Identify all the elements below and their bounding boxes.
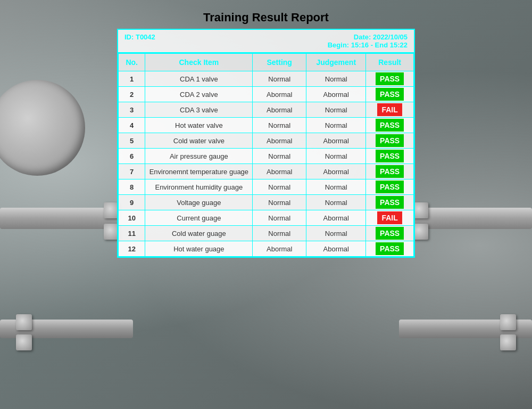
result-pass-badge: PASS [376, 242, 404, 255]
result-fail-badge: FAIL [377, 211, 402, 224]
cell-judgement: Normal [306, 118, 366, 133]
table-row: 6Air pressure gaugeNormalNormalPASS [119, 149, 414, 164]
cell-judgement: Normal [306, 71, 366, 87]
cell-setting: Normal [253, 210, 306, 226]
cell-no: 3 [119, 102, 145, 118]
cell-setting: Abormal [253, 87, 306, 102]
table-row: 1CDA 1 valveNormalNormalPASS [119, 71, 414, 87]
cell-setting: Abormal [253, 102, 306, 118]
report-panel: ID: T0042 Date: 2022/10/05 Begin: 15:16 … [117, 29, 415, 258]
cell-no: 5 [119, 133, 145, 149]
cell-result: PASS [366, 179, 414, 195]
cell-judgement: Abormal [306, 164, 366, 179]
cell-check-item: Air pressure gauge [145, 149, 253, 164]
result-pass-badge: PASS [376, 165, 404, 178]
cell-setting: Normal [253, 149, 306, 164]
table-row: 8Environment humidity guageNormalNormalP… [119, 179, 414, 195]
col-header-no: No. [119, 54, 145, 71]
cell-no: 4 [119, 118, 145, 133]
cell-check-item: Environment humidity guage [145, 179, 253, 195]
cell-judgement: Normal [306, 179, 366, 195]
cell-setting: Normal [253, 195, 306, 210]
result-pass-badge: PASS [376, 119, 404, 132]
cell-judgement: Normal [306, 149, 366, 164]
cell-no: 2 [119, 87, 145, 102]
result-pass-badge: PASS [376, 181, 404, 193]
cell-result: PASS [366, 241, 414, 257]
table-row: 10Current guageNormalAbormalFAIL [119, 210, 414, 226]
cell-result: PASS [366, 226, 414, 241]
table-row: 4Hot water valveNormalNormalPASS [119, 118, 414, 133]
cell-setting: Normal [253, 118, 306, 133]
cell-result: PASS [366, 195, 414, 210]
cell-judgement: Abormal [306, 210, 366, 226]
cell-check-item: CDA 2 valve [145, 87, 253, 102]
cell-judgement: Normal [306, 102, 366, 118]
cell-result: PASS [366, 133, 414, 149]
table-row: 9Voltage guageNormalNormalPASS [119, 195, 414, 210]
report-header: ID: T0042 Date: 2022/10/05 Begin: 15:16 … [118, 30, 414, 53]
result-table: No. Check Item Setting Judgement Result … [118, 53, 414, 257]
table-row: 5Cold water valveAbormalAbormalPASS [119, 133, 414, 149]
result-pass-badge: PASS [376, 227, 404, 240]
cell-judgement: Abormal [306, 133, 366, 149]
result-pass-badge: PASS [376, 88, 404, 101]
cell-judgement: Abormal [306, 241, 366, 257]
cell-result: PASS [366, 71, 414, 87]
report-id: ID: T0042 [124, 33, 155, 41]
report-time: Begin: 15:16 - End 15:22 [328, 41, 408, 49]
cell-no: 11 [119, 226, 145, 241]
cell-check-item: Current guage [145, 210, 253, 226]
cell-check-item: Cold water valve [145, 133, 253, 149]
table-row: 11Cold water guageNormalNormalPASS [119, 226, 414, 241]
cell-result: FAIL [366, 210, 414, 226]
cell-no: 10 [119, 210, 145, 226]
table-row: 12Hot water guageAbormalAbormalPASS [119, 241, 414, 257]
cell-judgement: Normal [306, 195, 366, 210]
report-title: Training Result Report [203, 11, 329, 24]
result-pass-badge: PASS [376, 72, 404, 85]
cell-setting: Normal [253, 226, 306, 241]
col-header-result: Result [366, 54, 414, 71]
table-row: 7Environemnt temperature guageAbormalAbo… [119, 164, 414, 179]
cell-setting: Normal [253, 179, 306, 195]
result-fail-badge: FAIL [377, 103, 402, 116]
cell-judgement: Normal [306, 226, 366, 241]
cell-judgement: Abormal [306, 87, 366, 102]
cell-setting: Abormal [253, 133, 306, 149]
cell-no: 7 [119, 164, 145, 179]
cell-check-item: CDA 3 valve [145, 102, 253, 118]
col-header-setting: Setting [253, 54, 306, 71]
cell-no: 8 [119, 179, 145, 195]
cell-setting: Abormal [253, 241, 306, 257]
report-date: Date: 2022/10/05 [328, 33, 408, 41]
result-pass-badge: PASS [376, 150, 404, 162]
table-row: 2CDA 2 valveAbormalAbormalPASS [119, 87, 414, 102]
cell-result: PASS [366, 87, 414, 102]
cell-check-item: Cold water guage [145, 226, 253, 241]
overlay: Training Result Report ID: T0042 Date: 2… [0, 0, 532, 409]
col-header-check: Check Item [145, 54, 253, 71]
table-header-row: No. Check Item Setting Judgement Result [119, 54, 414, 71]
cell-check-item: Environemnt temperature guage [145, 164, 253, 179]
cell-check-item: CDA 1 valve [145, 71, 253, 87]
cell-check-item: Voltage guage [145, 195, 253, 210]
result-pass-badge: PASS [376, 134, 404, 147]
result-pass-badge: PASS [376, 196, 404, 209]
col-header-judgement: Judgement [306, 54, 366, 71]
cell-setting: Abormal [253, 164, 306, 179]
cell-setting: Normal [253, 71, 306, 87]
cell-result: PASS [366, 118, 414, 133]
cell-no: 9 [119, 195, 145, 210]
table-row: 3CDA 3 valveAbormalNormalFAIL [119, 102, 414, 118]
cell-check-item: Hot water guage [145, 241, 253, 257]
cell-no: 1 [119, 71, 145, 87]
cell-result: PASS [366, 164, 414, 179]
report-datetime-block: Date: 2022/10/05 Begin: 15:16 - End 15:2… [328, 33, 408, 49]
cell-result: FAIL [366, 102, 414, 118]
cell-result: PASS [366, 149, 414, 164]
cell-no: 12 [119, 241, 145, 257]
cell-check-item: Hot water valve [145, 118, 253, 133]
cell-no: 6 [119, 149, 145, 164]
